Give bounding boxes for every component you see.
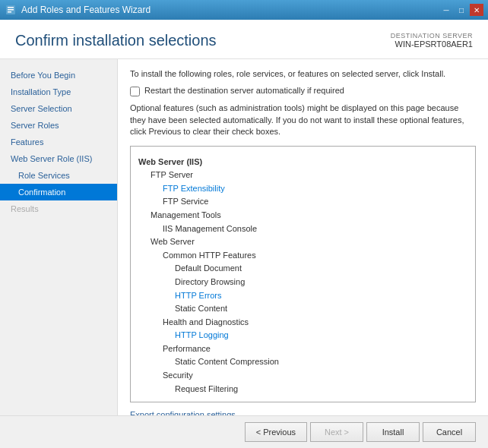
feature-item: IIS Management Console bbox=[138, 222, 467, 236]
svg-rect-2 bbox=[8, 9, 14, 11]
feature-item: Directory Browsing bbox=[138, 276, 467, 289]
feature-item: FTP Server bbox=[138, 169, 467, 182]
feature-item: Web Server bbox=[138, 235, 467, 249]
sidebar-item-features[interactable]: Features bbox=[0, 134, 117, 150]
maximize-button[interactable]: □ bbox=[455, 4, 468, 16]
sidebar-item-confirmation[interactable]: Confirmation bbox=[0, 184, 117, 200]
svg-rect-1 bbox=[8, 7, 14, 8]
page-title: Confirm installation selections bbox=[15, 32, 217, 49]
feature-item: Web Server (IIS) bbox=[138, 156, 467, 169]
sidebar-item-installation-type[interactable]: Installation Type bbox=[0, 84, 117, 100]
sidebar-item-role-services[interactable]: Role Services bbox=[0, 167, 117, 184]
feature-item: FTP Extensibility bbox=[138, 182, 467, 196]
minimize-button[interactable]: ─ bbox=[439, 4, 453, 16]
info-text: To install the following roles, role ser… bbox=[130, 68, 476, 80]
title-bar-controls: ─ □ ✕ bbox=[439, 4, 483, 16]
title-bar-title: Add Roles and Features Wizard bbox=[21, 5, 151, 15]
svg-rect-3 bbox=[8, 11, 11, 13]
feature-box: Web Server (IIS)FTP ServerFTP Extensibil… bbox=[130, 146, 476, 403]
feature-item: HTTP Errors bbox=[138, 289, 467, 303]
next-btn: Next > bbox=[310, 422, 363, 442]
feature-item: Management Tools bbox=[138, 209, 467, 222]
cancel-btn[interactable]: Cancel bbox=[423, 422, 476, 442]
feature-item: Common HTTP Features bbox=[138, 249, 467, 263]
restart-label[interactable]: Restart the destination server automatic… bbox=[144, 86, 344, 95]
destination-server-info: DESTINATION SERVER WIN-EPSRT08AER1 bbox=[391, 32, 473, 49]
title-bar-left: Add Roles and Features Wizard bbox=[5, 4, 151, 16]
feature-item: Performance bbox=[138, 342, 467, 356]
feature-item: Health and Diagnostics bbox=[138, 316, 467, 330]
footer: < PreviousNext >InstallCancel bbox=[0, 415, 488, 448]
sidebar: Before You BeginInstallation TypeServer … bbox=[0, 59, 118, 415]
sidebar-item-server-selection[interactable]: Server Selection bbox=[0, 100, 117, 117]
install-btn[interactable]: Install bbox=[366, 422, 420, 442]
sidebar-item-before-you-begin[interactable]: Before You Begin bbox=[0, 67, 117, 84]
main-content: To install the following roles, role ser… bbox=[118, 59, 488, 415]
content-layout: Before You BeginInstallation TypeServer … bbox=[0, 59, 488, 415]
feature-item: Security bbox=[138, 369, 467, 383]
title-bar: Add Roles and Features Wizard ─ □ ✕ bbox=[0, 0, 488, 20]
sidebar-item-server-roles[interactable]: Server Roles bbox=[0, 117, 117, 134]
feature-item: Request Filtering bbox=[138, 383, 467, 396]
feature-item: Static Content Compression bbox=[138, 355, 467, 369]
export-link[interactable]: Export configuration settings bbox=[130, 410, 476, 415]
main-container: Confirm installation selections DESTINAT… bbox=[0, 20, 488, 448]
sidebar-item-web-server-role[interactable]: Web Server Role (IIS) bbox=[0, 150, 117, 167]
previous-btn[interactable]: < Previous bbox=[245, 422, 307, 442]
restart-checkbox[interactable] bbox=[130, 87, 140, 96]
feature-item: Default Document bbox=[138, 262, 467, 276]
feature-item: HTTP Logging bbox=[138, 329, 467, 342]
destination-server-name: WIN-EPSRT08AER1 bbox=[391, 39, 473, 49]
feature-item: FTP Service bbox=[138, 195, 467, 209]
feature-item: Static Content bbox=[138, 302, 467, 316]
restart-checkbox-container: Restart the destination server automatic… bbox=[130, 86, 476, 96]
optional-text: Optional features (such as administratio… bbox=[130, 103, 476, 137]
destination-server-label: DESTINATION SERVER bbox=[391, 32, 473, 39]
close-button[interactable]: ✕ bbox=[470, 4, 483, 16]
sidebar-item-results: Results bbox=[0, 200, 117, 217]
header-area: Confirm installation selections DESTINAT… bbox=[0, 20, 488, 59]
wizard-icon bbox=[5, 4, 17, 16]
links-area: Export configuration settingsSpecify an … bbox=[130, 410, 476, 415]
